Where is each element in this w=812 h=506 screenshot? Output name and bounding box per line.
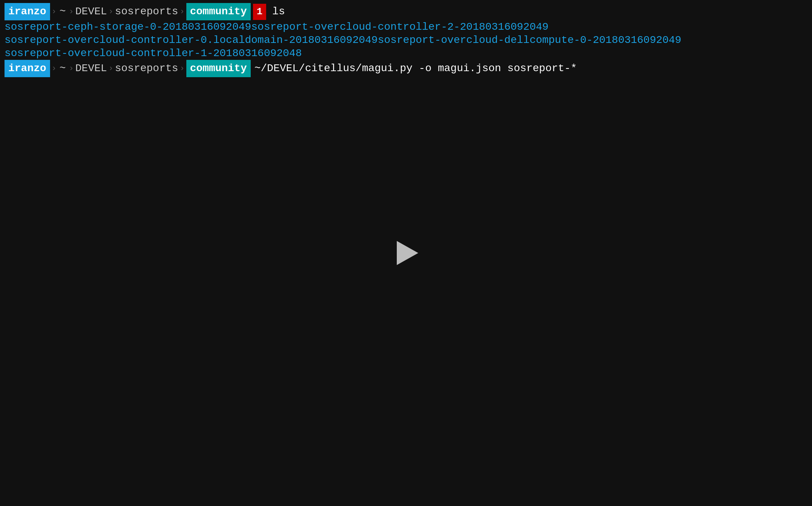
prompt-username-1: iranzo bbox=[5, 3, 50, 20]
play-button[interactable] bbox=[391, 238, 421, 268]
output-item-1: sosreport-ceph-storage-0-20180316092049 bbox=[5, 21, 251, 33]
command-magui: ~/DEVEL/citellus/magui.py -o magui.json … bbox=[254, 61, 577, 76]
output-item-4: sosreport-overcloud-controller-2-2018031… bbox=[251, 21, 548, 33]
command-ls: ls bbox=[272, 4, 285, 20]
prompt-arrow-2c: › bbox=[108, 62, 113, 75]
output-item-2: sosreport-overcloud-controller-0.localdo… bbox=[5, 34, 378, 46]
prompt-username-2: iranzo bbox=[5, 60, 50, 77]
output-item-5: sosreport-overcloud-dellcompute-0-201803… bbox=[378, 34, 681, 46]
prompt-badge-1: 1 bbox=[253, 4, 267, 20]
prompt-arrow-2d: › bbox=[180, 62, 184, 75]
prompt-arrow-1b: › bbox=[69, 6, 74, 18]
prompt-block-2: iranzo › ~ › DEVEL › sosreports › commun… bbox=[5, 60, 251, 77]
prompt-arrow-2b: › bbox=[69, 62, 74, 75]
prompt-dir-sosreports-1: sosreports bbox=[115, 4, 178, 20]
prompt-tilde-1: ~ bbox=[59, 4, 66, 20]
prompt-dir-sosreports-2: sosreports bbox=[115, 61, 178, 76]
terminal-window: iranzo › ~ › DEVEL › sosreports › commun… bbox=[0, 0, 812, 506]
prompt-arrow-2a: › bbox=[52, 62, 56, 75]
svg-marker-0 bbox=[397, 241, 418, 265]
prompt-dir-community-1: community bbox=[186, 3, 251, 20]
prompt-arrow-1c: › bbox=[108, 6, 113, 18]
play-button-container[interactable] bbox=[391, 238, 421, 268]
output-block-3: sosreport-overcloud-controller-1-2018031… bbox=[0, 47, 812, 60]
prompt-arrow-1d: › bbox=[180, 6, 184, 18]
prompt-line-1: iranzo › ~ › DEVEL › sosreports › commun… bbox=[0, 3, 812, 20]
output-block: sosreport-ceph-storage-0-20180316092049 … bbox=[0, 20, 812, 34]
prompt-dir-devel-2: DEVEL bbox=[75, 61, 107, 76]
prompt-line-2: iranzo › ~ › DEVEL › sosreports › commun… bbox=[0, 60, 812, 77]
play-icon bbox=[391, 238, 421, 268]
prompt-arrow-1a: › bbox=[52, 6, 56, 18]
output-item-3: sosreport-overcloud-controller-1-2018031… bbox=[5, 47, 302, 59]
prompt-dir-community-2: community bbox=[186, 60, 251, 77]
prompt-tilde-2: ~ bbox=[59, 61, 66, 76]
prompt-dir-devel-1: DEVEL bbox=[75, 4, 107, 20]
output-block-2: sosreport-overcloud-controller-0.localdo… bbox=[0, 34, 812, 47]
prompt-block-1: iranzo › ~ › DEVEL › sosreports › commun… bbox=[5, 3, 268, 20]
